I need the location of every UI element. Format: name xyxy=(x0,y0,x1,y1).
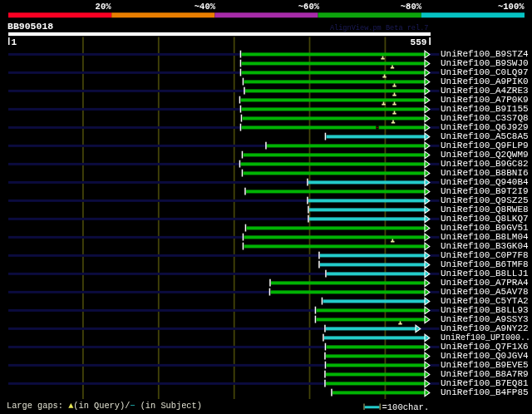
svg-text:Large gaps: ▲(in Query)/− (in: Large gaps: ▲(in Query)/− (in Subject) xyxy=(7,401,202,411)
svg-text:~60%: ~60% xyxy=(298,2,320,12)
svg-text:20%: 20% xyxy=(96,2,112,12)
svg-text:~100%: ~100% xyxy=(498,2,525,12)
svg-text:UniRef100_B4FP85: UniRef100_B4FP85 xyxy=(441,387,529,397)
svg-text:1: 1 xyxy=(12,37,17,47)
svg-text:AlignView.pm Beta rel.7: AlignView.pm Beta rel.7 xyxy=(330,24,429,32)
svg-text:BB905018: BB905018 xyxy=(7,21,53,32)
svg-text:=100char.: =100char. xyxy=(382,402,430,412)
svg-text:~40%: ~40% xyxy=(195,2,216,12)
svg-text:~80%: ~80% xyxy=(401,2,422,12)
svg-text:559: 559 xyxy=(411,37,427,47)
